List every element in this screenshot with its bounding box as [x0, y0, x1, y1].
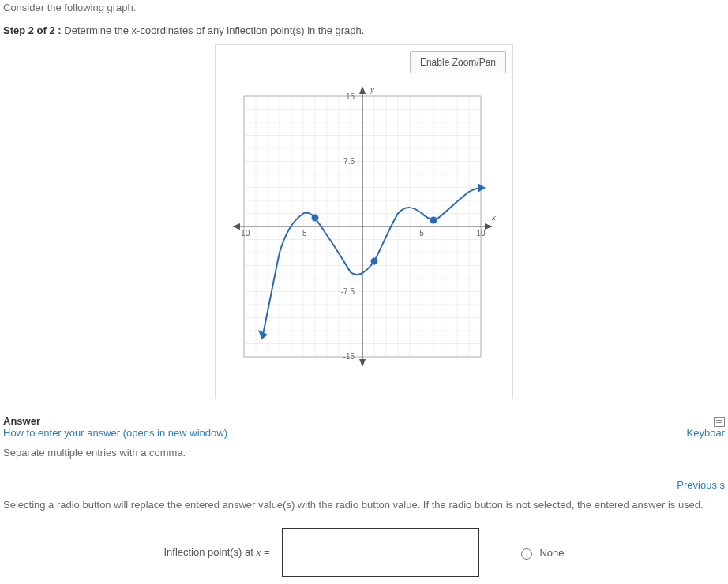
tick-x--10: -10 [238, 229, 250, 238]
x-axis-label: x [491, 212, 496, 222]
graph-container: Enable Zoom/Pan [215, 44, 513, 399]
tick-y--15: -15 [343, 352, 355, 361]
tick-y-15: 15 [346, 92, 355, 101]
svg-point-47 [430, 217, 437, 224]
tick-y-7.5: 7.5 [343, 157, 355, 166]
tick-y--7.5: -7.5 [341, 287, 355, 296]
none-option[interactable]: None [517, 546, 564, 560]
svg-marker-44 [478, 183, 486, 193]
tick-x--5: -5 [300, 229, 307, 238]
keyboard-icon[interactable] [714, 417, 725, 427]
svg-point-45 [312, 215, 319, 222]
tick-x-10: 10 [476, 229, 486, 238]
keyboard-link[interactable]: Keyboar [687, 427, 725, 439]
help-link[interactable]: How to enter your answer (opens in new w… [3, 427, 227, 439]
separate-entries-note: Separate multiple entries with a comma. [0, 439, 728, 459]
radio-note: Selecting a radio button will replace th… [0, 491, 728, 525]
step-line: Step 2 of 2 : Determine the x-coordinate… [0, 24, 728, 44]
svg-marker-40 [359, 359, 366, 367]
none-radio[interactable] [521, 548, 532, 560]
step-text: Determine the x-coordinates of any infle… [64, 24, 364, 36]
enable-zoom-pan-button[interactable]: Enable Zoom/Pan [410, 51, 506, 73]
svg-point-46 [371, 258, 378, 265]
graph-plot[interactable]: -10 -5 5 10 15 7.5 -7.5 -15 y x [220, 84, 505, 391]
answer-input-label: Inflection point(s) at x = [163, 546, 269, 559]
svg-marker-39 [359, 86, 366, 94]
y-axis-label: y [370, 84, 374, 94]
previous-link[interactable]: Previous s [0, 459, 728, 491]
answer-row: Inflection point(s) at x = None [0, 525, 728, 577]
tick-x-5: 5 [419, 229, 424, 238]
intro-text: Consider the following graph. [0, 0, 728, 24]
step-label: Step 2 of 2 : [3, 24, 62, 36]
answer-heading: Answer [3, 415, 227, 427]
none-label: None [539, 547, 564, 559]
svg-marker-41 [485, 223, 493, 230]
answer-input[interactable] [282, 528, 479, 577]
